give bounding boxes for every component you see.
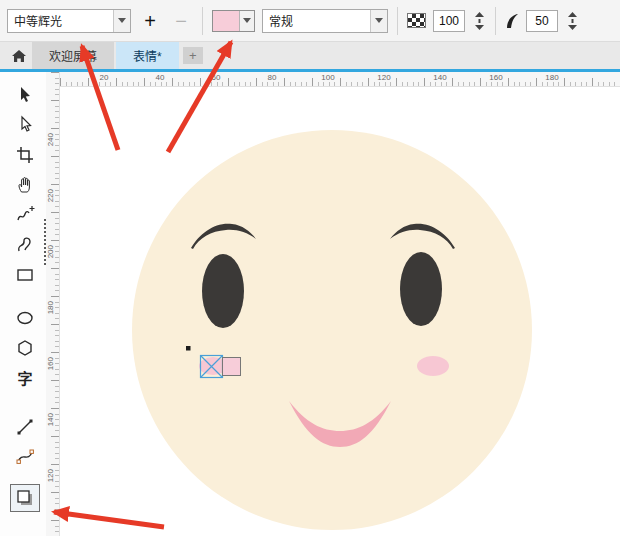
new-object-rect[interactable] — [223, 358, 241, 376]
toolbox-drag-handle[interactable] — [44, 219, 46, 265]
ruler-tick-label: 60 — [212, 73, 221, 82]
node-handle[interactable] — [186, 346, 191, 351]
drawing-canvas[interactable] — [60, 87, 620, 536]
ruler-tick-label: 20 — [100, 73, 109, 82]
tab-label: 表情* — [133, 47, 162, 64]
line-icon — [15, 417, 35, 437]
opacity-stepper[interactable] — [472, 10, 486, 32]
workspace: 字 — [0, 72, 620, 536]
toolbar-separator — [397, 7, 398, 35]
hand-icon — [15, 175, 35, 195]
bezier-icon — [15, 447, 35, 467]
shadow-color-picker[interactable] — [212, 10, 255, 32]
ruler-tick-label: 120 — [377, 73, 390, 82]
ruler-tick-label: 40 — [156, 73, 165, 82]
ruler-tick-label: 160 — [46, 357, 55, 370]
color-swatch[interactable] — [213, 11, 239, 31]
add-preset-button[interactable]: + — [138, 8, 162, 34]
merge-mode-value: 常规 — [263, 12, 370, 29]
left-eye-shape[interactable] — [202, 254, 244, 328]
ruler-tick-label: 220 — [46, 189, 55, 202]
right-eye-shape[interactable] — [400, 252, 442, 326]
drop-shadow-icon — [15, 488, 35, 508]
freehand-icon — [15, 205, 35, 225]
shadow-preset-value: 中等辉光 — [8, 12, 113, 29]
ruler-major-ticks — [60, 78, 620, 86]
shape-tool[interactable] — [10, 111, 40, 139]
remove-preset-button: − — [169, 8, 193, 34]
spin-arrows-icon — [475, 12, 484, 30]
new-document-tab-button[interactable]: + — [183, 47, 203, 64]
face-shape[interactable] — [132, 130, 532, 530]
chevron-down-icon[interactable] — [239, 11, 254, 31]
shadow-preset-dropdown[interactable]: 中等辉光 — [7, 9, 131, 33]
ruler-tick-label: 140 — [433, 73, 446, 82]
tab-document-expression[interactable]: 表情* — [116, 42, 179, 69]
canvas-column: 20 40 60 80 100 120 140 160 180 — [60, 72, 620, 536]
home-button[interactable] — [6, 42, 32, 69]
text-icon: 字 — [17, 371, 32, 386]
pan-tool[interactable] — [10, 171, 40, 199]
chevron-down-icon[interactable] — [370, 10, 387, 32]
app-window: 中等辉光 + − 常规 — [0, 0, 620, 536]
ruler-tick-label: 180 — [545, 73, 558, 82]
crop-tool[interactable] — [10, 141, 40, 169]
polygon-tool[interactable] — [10, 334, 40, 362]
spin-arrows-icon — [568, 12, 577, 30]
ruler-tick-label: 140 — [46, 413, 55, 426]
freehand-tool[interactable] — [10, 201, 40, 229]
ellipse-icon — [15, 308, 35, 328]
bezier-tool[interactable] — [10, 443, 40, 471]
vertical-ruler[interactable]: 240 220 200 180 160 140 120 — [46, 72, 60, 536]
line-tool[interactable] — [10, 413, 40, 441]
drop-shadow-tool[interactable] — [10, 484, 40, 512]
ruler-tick-label: 100 — [321, 73, 334, 82]
property-bar: 中等辉光 + − 常规 — [0, 0, 620, 42]
tab-welcome-screen[interactable]: 欢迎屏幕 — [32, 42, 114, 69]
polygon-icon — [15, 338, 35, 358]
feather-icon — [505, 13, 519, 29]
right-cheek-shape[interactable] — [417, 356, 449, 376]
smiley-drawing — [60, 87, 620, 536]
merge-mode-dropdown[interactable]: 常规 — [262, 9, 388, 33]
toolbox: 字 — [0, 72, 46, 536]
ellipse-tool[interactable] — [10, 304, 40, 332]
feather-input[interactable] — [526, 10, 558, 32]
horizontal-ruler[interactable]: 20 40 60 80 100 120 140 160 180 — [60, 72, 620, 87]
rectangle-tool[interactable] — [10, 261, 40, 289]
text-tool[interactable]: 字 — [10, 364, 40, 392]
pick-icon — [15, 85, 35, 105]
rectangle-icon — [15, 265, 35, 285]
pick-tool[interactable] — [10, 81, 40, 109]
opacity-input[interactable] — [433, 10, 465, 32]
tab-label: 欢迎屏幕 — [49, 47, 97, 64]
ruler-tick-label: 80 — [268, 73, 277, 82]
opacity-icon — [407, 13, 426, 28]
chevron-down-icon[interactable] — [113, 10, 130, 32]
ruler-tick-label: 160 — [489, 73, 502, 82]
feather-stepper[interactable] — [565, 10, 579, 32]
curve-icon — [15, 235, 35, 255]
crop-icon — [15, 145, 35, 165]
ruler-tick-label: 200 — [46, 245, 55, 258]
ruler-tick-label: 180 — [46, 301, 55, 314]
shape-icon — [15, 115, 35, 135]
home-icon — [11, 48, 27, 64]
toolbar-separator — [202, 7, 203, 35]
curve-tool[interactable] — [10, 231, 40, 259]
toolbar-separator — [495, 7, 496, 35]
document-tab-bar: 欢迎屏幕 表情* + — [0, 42, 620, 69]
ruler-tick-label: 120 — [46, 469, 55, 482]
ruler-tick-label: 240 — [46, 133, 55, 146]
